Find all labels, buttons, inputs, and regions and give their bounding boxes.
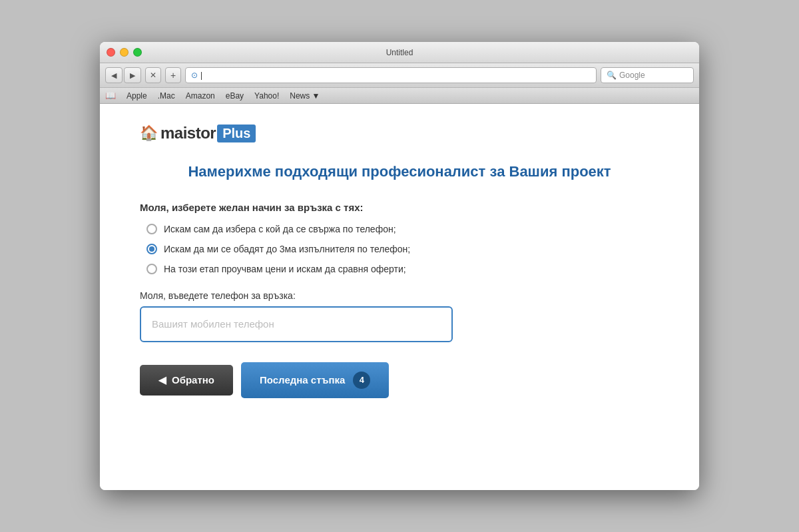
logo-house-icon: 🏠 xyxy=(140,125,158,142)
bookmarks-bar: 📖 Apple .Mac Amazon eBay Yahoo! News ▼ xyxy=(100,88,699,104)
search-bar[interactable]: 🔍 Google xyxy=(601,67,694,83)
phone-input[interactable] xyxy=(140,306,453,342)
search-icon: 🔍 xyxy=(607,71,617,80)
main-heading: Намерихме подходящи професионалист за Ва… xyxy=(140,162,659,182)
next-button-form[interactable]: Последна стъпка 4 xyxy=(241,362,389,398)
window-controls xyxy=(107,48,142,57)
news-label: News ▼ xyxy=(290,91,320,101)
step-badge: 4 xyxy=(353,372,370,389)
radio-option-1[interactable]: Искам сам да избера с кой да се свържа п… xyxy=(146,224,659,234)
bookmark-yahoo[interactable]: Yahoo! xyxy=(254,91,279,101)
bookmark-apple[interactable]: Apple xyxy=(127,91,147,101)
back-label: Обратно xyxy=(172,374,214,386)
logo-area: 🏠 maIstor Plus xyxy=(140,124,659,142)
page-content: 🏠 maIstor Plus Намерихме подходящи профе… xyxy=(100,104,699,490)
bookmark-amazon[interactable]: Amazon xyxy=(186,91,215,101)
logo-plus: Plus xyxy=(217,125,256,142)
radio-group: Искам сам да избера с кой да се свържа п… xyxy=(146,224,659,274)
connection-label: Моля, изберете желан начин за връзка с т… xyxy=(140,202,659,213)
radio-label-1: Искам сам да избера с кой да се свържа п… xyxy=(164,224,396,234)
address-bar[interactable]: ⊙ | xyxy=(185,67,597,83)
bookmark-mac[interactable]: .Mac xyxy=(158,91,175,101)
new-tab-button[interactable]: + xyxy=(165,67,181,83)
nav-buttons: ◀ ▶ xyxy=(105,67,141,83)
back-button[interactable]: ◀ xyxy=(105,67,123,83)
back-button-form[interactable]: ◀ Обратно xyxy=(140,365,233,396)
logo-text: maIstor Plus xyxy=(160,124,256,142)
browser-window: Untitled ◀ ▶ ✕ + ⊙ | 🔍 Google 📖 Apple .M… xyxy=(100,42,699,490)
radio-button-3[interactable] xyxy=(146,264,157,274)
page-icon: ⊙ xyxy=(191,71,198,80)
radio-button-2[interactable] xyxy=(146,244,157,254)
phone-label: Моля, въведете телефон за връзка: xyxy=(140,290,659,301)
maximize-window-button[interactable] xyxy=(133,48,142,57)
bookmarks-icon: 📖 xyxy=(105,91,116,101)
radio-label-3: На този етап проучвам цени и искам да ср… xyxy=(164,264,406,274)
radio-option-3[interactable]: На този етап проучвам цени и искам да ср… xyxy=(146,264,659,274)
radio-label-2: Искам да ми се обадят до 3ма изпълнителя… xyxy=(164,244,410,254)
forward-button[interactable]: ▶ xyxy=(124,67,141,83)
address-text: | xyxy=(200,71,202,80)
bookmark-news[interactable]: News ▼ xyxy=(290,91,320,101)
title-bar: Untitled xyxy=(100,42,699,63)
form-section: Моля, изберете желан начин за връзка с т… xyxy=(140,202,659,274)
radio-option-2[interactable]: Искам да ми се обадят до 3ма изпълнителя… xyxy=(146,244,659,254)
window-title: Untitled xyxy=(386,48,413,57)
logo-maister: maIstor xyxy=(160,124,216,142)
toolbar: ◀ ▶ ✕ + ⊙ | 🔍 Google xyxy=(100,63,699,88)
back-arrow-icon: ◀ xyxy=(158,374,166,386)
bookmark-ebay[interactable]: eBay xyxy=(226,91,244,101)
stop-button[interactable]: ✕ xyxy=(145,67,161,83)
search-placeholder: Google xyxy=(619,71,645,80)
close-window-button[interactable] xyxy=(107,48,115,57)
buttons-row: ◀ Обратно Последна стъпка 4 xyxy=(140,362,659,398)
radio-button-1[interactable] xyxy=(146,224,157,234)
next-label: Последна стъпка xyxy=(260,374,345,386)
phone-section: Моля, въведете телефон за връзка: xyxy=(140,290,659,342)
minimize-window-button[interactable] xyxy=(120,48,129,57)
